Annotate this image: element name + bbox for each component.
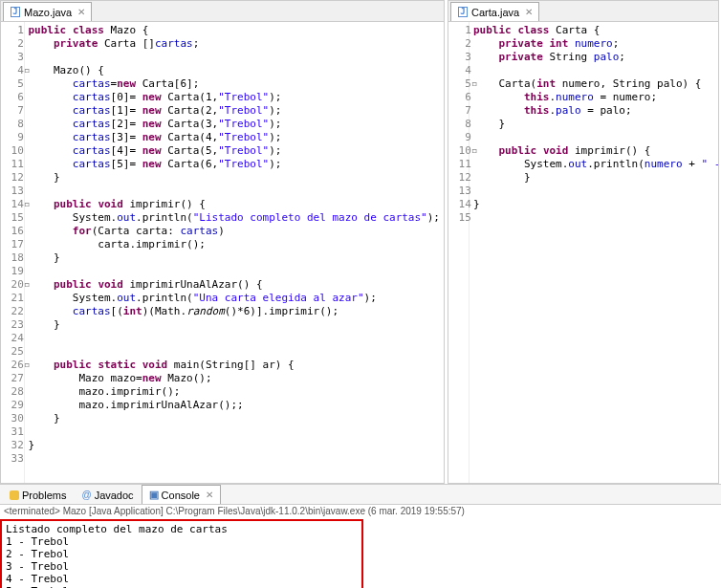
code-carta[interactable]: public class Carta { private int numero;… [470,22,718,483]
editor-body-carta[interactable]: 1 2 3 4 5▫ 6 7 8 9 10▫ 11 12 13 14 15 pu… [448,22,718,483]
close-icon[interactable]: ✕ [525,7,533,17]
tab-javadoc[interactable]: @ Javadoc [74,485,141,504]
tab-carta[interactable]: J Carta.java ✕ [450,2,539,21]
java-file-icon: J [10,7,21,18]
console-status: <terminated> Mazo [Java Application] C:\… [0,505,721,517]
tab-bar-right: J Carta.java ✕ [448,1,718,22]
line-gutter: 1 2 3 4▫ 5 6 7 8 9 10 11 12 13 14▫ 15 16… [1,22,25,483]
tab-label: Javadoc [95,490,134,501]
bottom-tab-bar: Problems @ Javadoc ▣ Console ✕ [0,485,721,505]
close-icon[interactable]: ✕ [77,7,85,17]
tab-bar-left: J Mazo.java ✕ [1,1,444,22]
editor-pane-carta: J Carta.java ✕ 1 2 3 4 5▫ 6 7 8 9 10▫ 11… [448,0,719,484]
console-icon: ▣ [149,489,159,501]
code-mazo[interactable]: public class Mazo { private Carta []cart… [25,22,445,483]
tab-label: Console [162,490,200,501]
editor-body-mazo[interactable]: 1 2 3 4▫ 5 6 7 8 9 10 11 12 13 14▫ 15 16… [1,22,444,483]
javadoc-icon: @ [81,490,91,500]
bottom-panel: Problems @ Javadoc ▣ Console ✕ <terminat… [0,484,721,585]
close-icon[interactable]: ✕ [206,490,213,500]
java-file-icon: J [457,7,469,18]
editor-pane-mazo: J Mazo.java ✕ 1 2 3 4▫ 5 6 7 8 9 10 11 1… [0,0,445,484]
tab-label: Mazo.java [24,7,72,18]
console-output[interactable]: Listado completo del mazo de cartas 1 - … [0,519,363,588]
problems-icon [10,490,19,500]
tab-label: Carta.java [471,7,519,18]
line-gutter: 1 2 3 4 5▫ 6 7 8 9 10▫ 11 12 13 14 15 [448,22,470,483]
tab-mazo[interactable]: J Mazo.java ✕ [3,2,92,21]
editor-area: J Mazo.java ✕ 1 2 3 4▫ 5 6 7 8 9 10 11 1… [0,0,721,484]
tab-console[interactable]: ▣ Console ✕ [142,485,221,504]
tab-label: Problems [22,490,66,501]
tab-problems[interactable]: Problems [2,485,74,504]
